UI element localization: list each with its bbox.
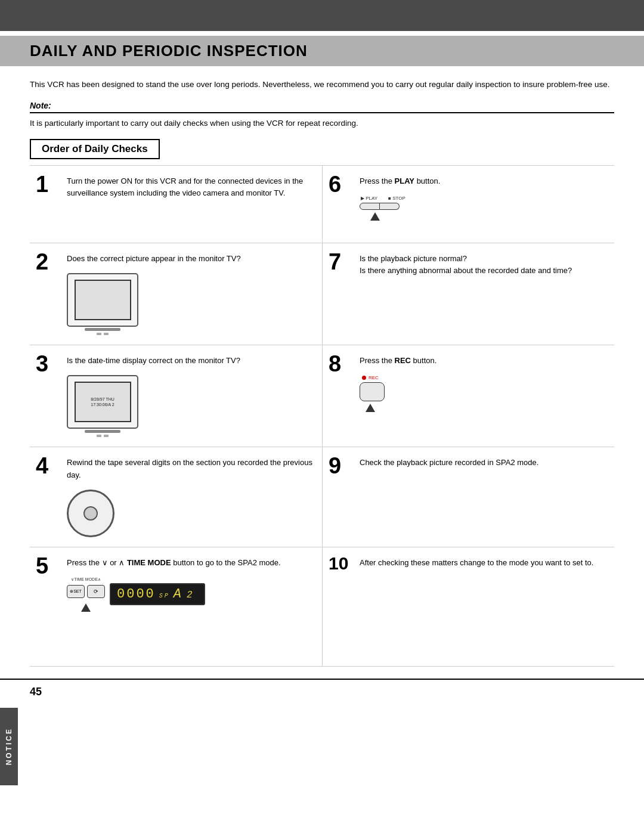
tv-controls xyxy=(97,333,109,335)
arrow-up-timemode xyxy=(81,603,91,612)
step-2-body: Does the correct picture appear in the m… xyxy=(67,253,314,335)
step-4-illustration xyxy=(67,490,314,537)
rec-btn[interactable] xyxy=(360,382,385,401)
step-5: 5 Press the ∨ or ∧ TIME MODE button to g… xyxy=(30,547,322,667)
page-bottom: 45 xyxy=(0,679,644,704)
tv-date-overlay: 8/28/97 THU17:30:06/A 2 xyxy=(91,397,114,408)
tv-box xyxy=(67,273,138,327)
step-8-number: 8 xyxy=(329,352,354,375)
tv-date-screen: 8/28/97 THU17:30:06/A 2 xyxy=(75,382,131,422)
page-title: DAILY AND PERIODIC INSPECTION xyxy=(30,42,614,60)
notice-tab-text: NOTICE xyxy=(5,727,13,765)
timemode-label-top: ∨TIME MODE∧ xyxy=(71,577,101,582)
step-9-number: 9 xyxy=(329,454,354,477)
stop-btn[interactable] xyxy=(380,203,400,210)
step-1-text: Turn the power ON for this VCR and for t… xyxy=(67,175,314,199)
step-9-text: Check the playback picture recorded in S… xyxy=(360,457,606,469)
step-5-illustration: ∨TIME MODE∧ ⊕SET ⟳ 0000 SP A 2 xyxy=(67,577,314,612)
timemode-digits: 0000 xyxy=(117,587,156,602)
tv-date-controls xyxy=(97,435,109,437)
tape-reel-inner xyxy=(83,506,98,521)
step-2: 2 Does the correct picture appear in the… xyxy=(30,243,322,345)
step-2-illustration xyxy=(67,273,314,335)
step-7-number: 7 xyxy=(329,250,354,273)
step-2-number: 2 xyxy=(36,250,61,273)
step-9-body: Check the playback picture recorded in S… xyxy=(360,457,606,475)
top-bar xyxy=(0,0,644,31)
note-divider xyxy=(30,112,614,113)
step-7-body: Is the playback picture normal?Is there … xyxy=(360,253,606,283)
step-4: 4 Rewind the tape several digits on the … xyxy=(30,447,322,547)
tv-base xyxy=(85,328,120,331)
tv-date-wrap: 8/28/97 THU17:30:06/A 2 xyxy=(67,375,138,437)
step-1-number: 1 xyxy=(36,173,61,196)
step-8-text: Press the REC button. xyxy=(360,355,606,367)
timemode-a: A xyxy=(174,587,183,602)
step-7: 7 Is the playback picture normal?Is ther… xyxy=(322,243,614,345)
play-stop-buttons: ▶ PLAY ■ STOP xyxy=(360,196,405,221)
step-6-number: 6 xyxy=(329,173,354,196)
timemode-wrap: ∨TIME MODE∧ ⊕SET ⟳ 0000 SP A 2 xyxy=(67,577,205,612)
rec-label: REC xyxy=(360,375,379,380)
checks-grid: 1 Turn the power ON for this VCR and for… xyxy=(30,165,614,667)
note-label: Note: xyxy=(30,101,51,110)
tv-date-btn-1 xyxy=(97,435,101,437)
section-title-box: Order of Daily Checks xyxy=(30,139,160,159)
tv-date-base xyxy=(85,430,120,433)
arrow-up-rec xyxy=(366,404,375,412)
step-10-text: After checking these matters change to t… xyxy=(360,557,606,569)
note-text: It is particularly important to carry ou… xyxy=(30,117,614,130)
step-6-body: Press the PLAY button. ▶ PLAY ■ STOP xyxy=(360,175,606,221)
tv-date-box: 8/28/97 THU17:30:06/A 2 xyxy=(67,375,138,429)
tape-reel xyxy=(67,490,114,537)
timemode-display: 0000 SP A 2 xyxy=(110,583,205,605)
step-8: 8 Press the REC button. REC xyxy=(322,345,614,447)
timemode-btn-arrow[interactable]: ⟳ xyxy=(87,585,105,598)
timemode-left: ∨TIME MODE∧ ⊕SET ⟳ xyxy=(67,577,105,612)
play-stop-labels: ▶ PLAY ■ STOP xyxy=(360,196,405,201)
step-10-body: After checking these matters change to t… xyxy=(360,557,606,575)
timemode-sp: SP xyxy=(159,593,170,599)
step-8-body: Press the REC button. REC xyxy=(360,355,606,412)
arrow-up-play xyxy=(370,212,380,221)
play-btn[interactable] xyxy=(360,203,380,210)
step-3-illustration: 8/28/97 THU17:30:06/A 2 xyxy=(67,375,314,437)
step-5-body: Press the ∨ or ∧ TIME MODE button to go … xyxy=(67,557,314,612)
tv-screen xyxy=(75,280,131,320)
step-5-number: 5 xyxy=(36,555,61,577)
step-3-body: Is the date-time display correct on the … xyxy=(67,355,314,437)
page-header: DAILY AND PERIODIC INSPECTION xyxy=(0,36,644,66)
step-10-number: 10 xyxy=(329,555,354,572)
content-area: This VCR has been designed to stand the … xyxy=(0,66,644,679)
tv-btn-2 xyxy=(104,333,109,335)
step-6: 6 Press the PLAY button. ▶ PLAY ■ STOP xyxy=(322,166,614,243)
step-3-number: 3 xyxy=(36,352,61,375)
step-5-text: Press the ∨ or ∧ TIME MODE button to go … xyxy=(67,557,314,569)
tv-plain xyxy=(67,273,138,335)
rec-label-text: REC xyxy=(369,375,379,380)
step-6-text: Press the PLAY button. xyxy=(360,175,606,187)
step-4-body: Rewind the tape several digits on the se… xyxy=(67,457,314,537)
step-9: 9 Check the playback picture recorded in… xyxy=(322,447,614,547)
note-section: Note: It is particularly important to ca… xyxy=(30,101,614,130)
step-4-text: Rewind the tape several digits on the se… xyxy=(67,457,314,481)
step-2-text: Does the correct picture appear in the m… xyxy=(67,253,314,265)
step-10: 10 After checking these matters change t… xyxy=(322,547,614,667)
tv-date-btn-2 xyxy=(104,435,109,437)
step-7-text: Is the playback picture normal?Is there … xyxy=(360,253,606,277)
rec-button-wrap: REC xyxy=(360,375,385,412)
step-8-illustration: REC xyxy=(360,375,606,412)
step-3-text: Is the date-time display correct on the … xyxy=(67,355,314,367)
step-6-illustration: ▶ PLAY ■ STOP xyxy=(360,196,606,221)
step-4-number: 4 xyxy=(36,454,61,477)
step-3: 3 Is the date-time display correct on th… xyxy=(30,345,322,447)
timemode-btn-set[interactable]: ⊕SET xyxy=(67,585,85,598)
rec-dot xyxy=(362,376,366,380)
step-1: 1 Turn the power ON for this VCR and for… xyxy=(30,166,322,243)
play-label: ▶ PLAY xyxy=(361,196,377,201)
timemode-2: 2 xyxy=(187,590,194,600)
step-1-body: Turn the power ON for this VCR and for t… xyxy=(67,175,314,205)
page-number: 45 xyxy=(30,686,42,698)
timemode-buttons: ⊕SET ⟳ xyxy=(67,584,105,599)
play-stop-group xyxy=(360,203,400,210)
